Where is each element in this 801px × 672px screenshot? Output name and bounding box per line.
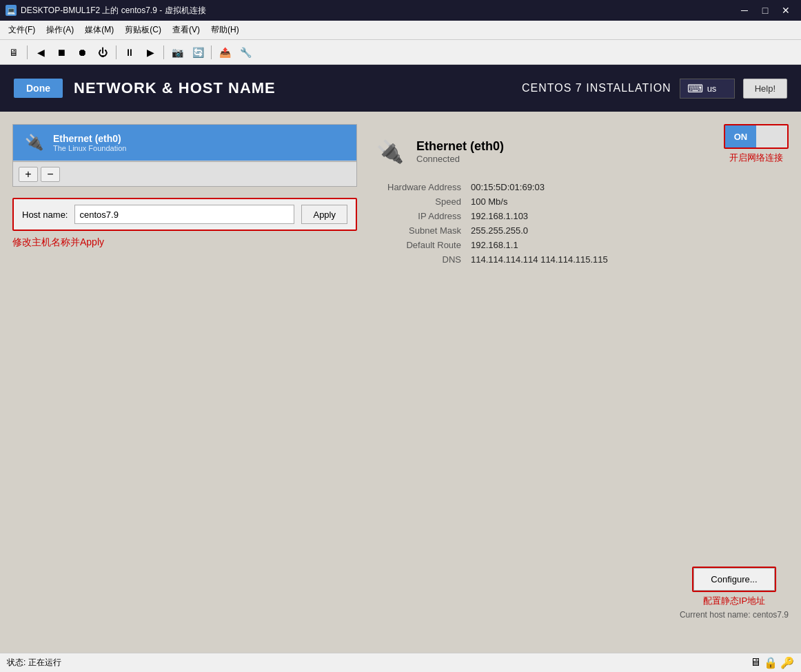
toggle-on-label: ON [725,125,756,147]
ethernet-name: Ethernet (eth0) [416,139,504,154]
ethernet-plug-icon: 🔌 [374,135,407,168]
network-item-info: Ethernet (eth0) The Linux Foundation [53,133,126,152]
keyboard-lang: us [707,83,717,94]
list-controls: + − [13,161,356,186]
toolbar-btn-refresh[interactable]: 🔄 [188,43,207,61]
hw-addr-value: 00:15:5D:01:69:03 [471,182,772,192]
menu-help[interactable]: 帮助(H) [205,21,245,39]
enable-network-label: 开启网络连接 [729,152,783,164]
menu-clipboard[interactable]: 剪贴板(C) [119,21,167,39]
toolbar-separator-3 [163,45,164,59]
status-bar: 状态: 正在运行 🖥 🔒 🔑 [0,653,801,672]
title-bar-controls: ─ □ ✕ [735,3,795,18]
configure-area: Configure... 配置静态IP地址 Current host name:… [680,567,789,620]
title-bar-left: 💻 DESKTOP-BMUL1F2 上的 centos7.9 - 虚拟机连接 [6,5,206,17]
route-value: 192.168.1.1 [471,240,772,250]
hostname-input[interactable] [74,205,294,224]
minimize-button[interactable]: ─ [735,3,754,18]
remove-network-button[interactable]: − [41,167,60,182]
route-label: Default Route [387,240,461,250]
keyboard-indicator[interactable]: ⌨ us [680,79,735,99]
toolbar-btn-stop[interactable]: ⏹ [52,43,71,61]
apply-button[interactable]: Apply [301,205,347,224]
vm-header-right: CENTOS 7 INSTALLATION ⌨ us Help! [522,79,787,99]
ethernet-icon: 🔌 [23,132,45,154]
menu-action[interactable]: 操作(A) [41,21,79,39]
maximize-button[interactable]: □ [756,3,775,18]
done-button[interactable]: Done [14,79,63,98]
menu-bar: 文件(F) 操作(A) 媒体(M) 剪贴板(C) 查看(V) 帮助(H) [0,21,801,40]
speed-label: Speed [387,196,461,207]
toolbar-btn-6[interactable]: 🔧 [236,43,255,61]
ethernet-status: Connected [416,154,504,164]
title-bar: 💻 DESKTOP-BMUL1F2 上的 centos7.9 - 虚拟机连接 ─… [0,0,801,21]
toolbar-btn-power[interactable]: ⏻ [93,43,112,61]
left-column: 🔌 Ethernet (eth0) The Linux Foundation +… [12,124,357,640]
toolbar-btn-record[interactable]: ⏺ [72,43,92,61]
add-network-button[interactable]: + [19,167,38,182]
main-content: 🔌 Ethernet (eth0) The Linux Foundation +… [0,112,801,653]
network-toggle[interactable]: ON [725,125,787,147]
toolbar-separator-1 [27,45,28,59]
dns-value: 114.114.114.114 114.114.115.115 [471,254,772,265]
network-item-subtitle: The Linux Foundation [53,144,126,152]
menu-view[interactable]: 查看(V) [167,21,205,39]
subnet-value: 255.255.255.0 [471,225,772,236]
ethernet-header: 🔌 Ethernet (eth0) Connected [374,135,772,168]
menu-file[interactable]: 文件(F) [3,21,41,39]
status-icons: 🖥 🔒 🔑 [750,656,794,669]
toolbar-btn-pause[interactable]: ⏸ [120,43,139,61]
toolbar-btn-5[interactable]: 📤 [215,43,234,61]
ethernet-title-group: Ethernet (eth0) Connected [416,139,504,164]
hostname-label: Host name: [22,210,68,220]
close-button[interactable]: ✕ [776,3,795,18]
toolbar-separator-4 [211,45,212,59]
menu-media[interactable]: 媒体(M) [79,21,119,39]
toggle-wrapper: ON [724,124,789,149]
status-icon-1: 🖥 [750,656,761,669]
hw-addr-label: Hardware Address [387,182,461,192]
hostname-annotation: 修改主机名称并Apply [12,236,357,249]
keyboard-icon: ⌨ [687,82,703,95]
toggle-area: ON 开启网络连接 [724,124,789,164]
network-list: 🔌 Ethernet (eth0) The Linux Foundation [13,125,356,161]
configure-label: 配置静态IP地址 [703,595,765,607]
toolbar-separator-2 [116,45,116,59]
dns-label: DNS [387,254,461,265]
app-icon: 💻 [6,5,17,16]
subnet-label: Subnet Mask [387,225,461,236]
network-item-eth0[interactable]: 🔌 Ethernet (eth0) The Linux Foundation [13,125,356,161]
status-icon-2: 🔒 [764,656,778,669]
hostname-annotation-text: 修改主机名称并Apply [12,236,104,247]
left-panel: 🔌 Ethernet (eth0) The Linux Foundation +… [12,124,357,187]
toolbar-btn-play[interactable]: ▶ [141,43,160,61]
current-hostname-label: Current host name: [680,610,751,620]
ip-value: 192.168.1.103 [471,211,772,221]
toolbar-btn-back[interactable]: ◀ [31,43,50,61]
configure-wrapper: Configure... [692,567,775,592]
vm-header: Done NETWORK & HOST NAME CENTOS 7 INSTAL… [0,65,801,112]
toggle-off-label [756,125,787,147]
page-title: NETWORK & HOST NAME [74,79,276,97]
status-text: 状态: 正在运行 [7,657,61,669]
hostname-bar: Host name: Apply [12,198,357,231]
toolbar-btn-1[interactable]: 🖥 [4,43,23,61]
right-panel: 🔌 Ethernet (eth0) Connected Hardware Add… [357,124,789,640]
help-button[interactable]: Help! [743,79,787,99]
current-hostname-value: centos7.9 [753,610,789,620]
current-hostname: Current host name: centos7.9 [680,610,789,620]
ip-label: IP Address [387,211,461,221]
network-item-name: Ethernet (eth0) [53,133,126,144]
toolbar-btn-screenshot[interactable]: 📷 [168,43,187,61]
configure-button[interactable]: Configure... [693,568,774,591]
installation-label: CENTOS 7 INSTALLATION [522,82,671,94]
speed-value: 100 Mb/s [471,196,772,207]
network-info-grid: Hardware Address 00:15:5D:01:69:03 Speed… [387,182,772,265]
status-icon-3: 🔑 [780,656,794,669]
window-title: DESKTOP-BMUL1F2 上的 centos7.9 - 虚拟机连接 [21,5,206,17]
toolbar: 🖥 ◀ ⏹ ⏺ ⏻ ⏸ ▶ 📷 🔄 📤 🔧 [0,40,801,65]
